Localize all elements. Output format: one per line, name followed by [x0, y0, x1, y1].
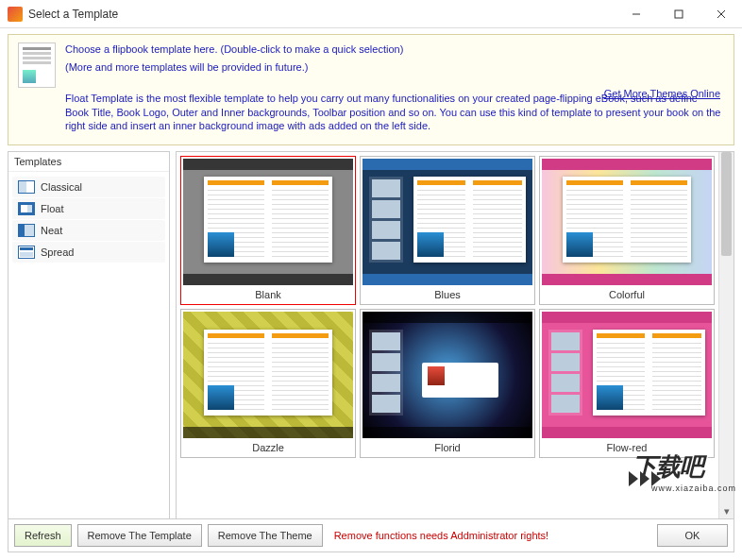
remove-theme-button[interactable]: Remove The Theme	[208, 524, 323, 547]
template-thumb-florid[interactable]: Florid	[360, 309, 535, 458]
bottom-bar: Refresh Remove The Template Remove The T…	[8, 518, 734, 552]
maximize-button[interactable]	[657, 0, 700, 28]
sidebar-item-spread[interactable]: Spread	[12, 242, 165, 263]
gallery-wrap: Blank Blues	[176, 151, 734, 519]
neat-icon	[18, 224, 35, 237]
sidebar-item-classical[interactable]: Classical	[12, 177, 165, 197]
chevron-down-icon[interactable]: ▾	[719, 503, 734, 518]
info-panel: Choose a flipbook template here. (Double…	[8, 34, 734, 145]
sidebar-item-float[interactable]: Float	[12, 198, 165, 219]
minimize-icon	[632, 9, 641, 19]
document-icon	[18, 42, 56, 88]
main-area: Templates Classical Float Neat Spread	[8, 151, 734, 519]
minimize-button[interactable]	[615, 0, 657, 28]
info-line1: Choose a flipbook template here. (Double…	[65, 42, 724, 57]
admin-warning: Remove functions needs Addministrator ri…	[334, 530, 651, 541]
sidebar-header: Templates	[8, 152, 169, 172]
titlebar: Select a Template	[0, 0, 742, 28]
close-icon	[717, 9, 726, 19]
scrollbar-thumb[interactable]	[721, 152, 732, 256]
template-gallery: Blank Blues	[177, 152, 718, 518]
spread-icon	[18, 246, 35, 259]
maximize-icon	[674, 9, 683, 19]
thumb-label: Flow-red	[542, 438, 712, 455]
float-icon	[18, 202, 35, 215]
template-thumb-flow-red[interactable]: Flow-red	[539, 309, 715, 458]
template-list: Classical Float Neat Spread	[8, 172, 169, 267]
template-thumb-blank[interactable]: Blank	[180, 156, 356, 305]
ok-button[interactable]: OK	[657, 524, 728, 547]
info-line2: (More and more templates will be provide…	[65, 60, 724, 75]
thumb-label: Blues	[363, 285, 532, 302]
thumb-label: Florid	[363, 438, 532, 455]
thumb-label: Dazzle	[183, 438, 353, 455]
svg-rect-1	[675, 10, 683, 18]
remove-template-button[interactable]: Remove The Template	[77, 524, 202, 547]
refresh-button[interactable]: Refresh	[14, 524, 72, 547]
sidebar-item-label: Classical	[41, 181, 82, 193]
sidebar-item-label: Spread	[41, 246, 74, 258]
sidebar-item-label: Neat	[41, 225, 62, 236]
template-thumb-dazzle[interactable]: Dazzle	[180, 309, 356, 458]
template-thumb-colorful[interactable]: Colorful	[539, 156, 715, 305]
template-thumb-blues[interactable]: Blues	[360, 156, 535, 305]
gallery-scrollbar[interactable]: ▾	[718, 152, 734, 518]
sidebar-item-label: Float	[41, 203, 63, 214]
app-icon	[8, 7, 23, 22]
get-more-themes-link[interactable]: Get More Themes Online	[604, 88, 720, 99]
templates-sidebar: Templates Classical Float Neat Spread	[8, 151, 170, 519]
classical-icon	[18, 180, 35, 194]
window-title: Select a Template	[28, 8, 615, 21]
thumb-label: Colorful	[542, 285, 712, 302]
close-button[interactable]	[700, 0, 742, 28]
thumb-label: Blank	[183, 285, 353, 302]
sidebar-item-neat[interactable]: Neat	[12, 220, 165, 241]
